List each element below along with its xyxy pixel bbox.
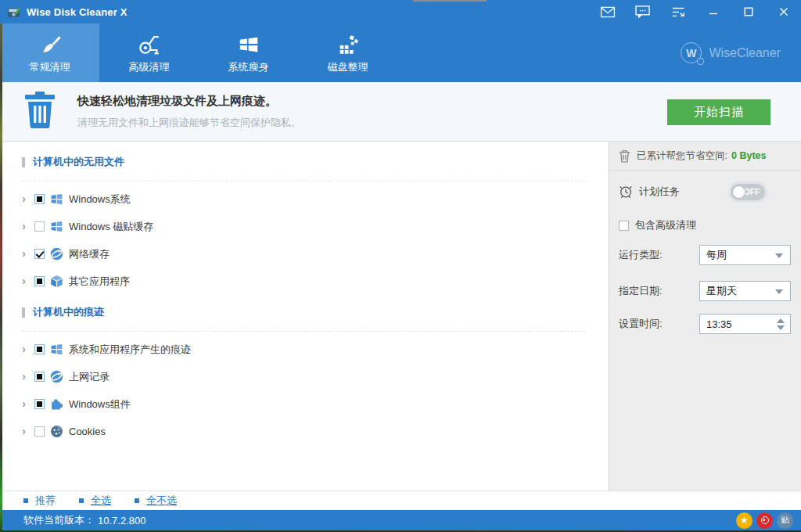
savings-label: 已累计帮您节省空间: <box>637 149 727 163</box>
list-item[interactable]: ›网络缓存 <box>0 240 609 268</box>
savings-value: 0 Bytes <box>731 150 766 161</box>
item-checkbox[interactable] <box>34 372 45 382</box>
mail-icon <box>600 6 616 18</box>
section-items: ›系统和应用程序产生的痕迹›上网记录›Windows组件›Cookies <box>0 336 609 445</box>
date-select[interactable]: 星期天 <box>699 281 791 301</box>
dashed-divider <box>22 181 585 182</box>
schedule-settings: 计划任务 OFF 包含高级清理 运行类型: 每周 指定日期: 星期天 设置时间: <box>609 182 801 334</box>
tab-system-slim[interactable]: 系统瘦身 <box>199 23 298 82</box>
item-checkbox[interactable] <box>34 426 45 437</box>
brand-logo: W WiseCleaner <box>681 23 801 82</box>
list-item[interactable]: ›上网记录 <box>0 363 609 390</box>
section-marker <box>22 157 25 167</box>
menu-button[interactable] <box>660 0 695 23</box>
app-icon <box>7 5 20 19</box>
toggle-state: OFF <box>744 188 760 196</box>
date-row: 指定日期: 星期天 <box>619 281 801 301</box>
section-title: 计算机中的无用文件 <box>0 151 609 173</box>
menu-icon <box>671 6 685 18</box>
minimize-button[interactable] <box>695 0 731 23</box>
list-item[interactable]: ›Windows 磁贴缓存 <box>0 213 609 240</box>
select-all-link[interactable]: 全选 <box>79 494 111 508</box>
list-item[interactable]: ›Windows组件 <box>0 390 609 418</box>
expand-chevron-icon[interactable]: › <box>22 275 30 286</box>
start-scan-button[interactable]: 开始扫描 <box>667 99 770 125</box>
tab-normal-clean[interactable]: 常规清理 <box>0 23 99 82</box>
run-type-select[interactable]: 每周 <box>699 245 791 265</box>
expand-chevron-icon[interactable]: › <box>22 247 30 259</box>
savings-summary: 已累计帮您节省空间: 0 Bytes <box>609 142 801 171</box>
item-checkbox[interactable] <box>34 276 45 286</box>
list-item[interactable]: ›Cookies <box>0 418 609 445</box>
star-icon[interactable]: ★ <box>736 512 753 529</box>
clock-icon <box>619 185 633 199</box>
include-advanced-row: 包含高级清理 <box>619 218 801 232</box>
include-advanced-checkbox[interactable] <box>619 221 629 231</box>
expand-chevron-icon[interactable]: › <box>22 397 30 409</box>
list-item[interactable]: ›系统和应用程序产生的痕迹 <box>0 336 609 363</box>
item-label: 上网记录 <box>69 370 110 384</box>
maximize-button[interactable] <box>731 0 766 23</box>
brand-name: WiseCleaner <box>709 46 781 60</box>
trash-icon <box>23 92 56 132</box>
header-subtitle: 清理无用文件和上网痕迹能够节省空间保护隐私。 <box>77 116 301 130</box>
expand-chevron-icon[interactable]: › <box>22 425 30 437</box>
tab-label: 系统瘦身 <box>228 60 269 74</box>
tab-bar: 常规清理高级清理系统瘦身磁盘整理 W WiseCleaner <box>0 23 801 82</box>
windows-icon <box>50 192 63 206</box>
select-none-link[interactable]: 全不选 <box>135 494 177 508</box>
list-item[interactable]: ›Windows系统 <box>0 185 609 213</box>
time-value: 13:35 <box>706 318 732 330</box>
item-checkbox[interactable] <box>34 344 45 354</box>
item-checkbox[interactable] <box>34 399 45 409</box>
section-items: ›Windows系统›Windows 磁贴缓存›网络缓存›其它应用程序 <box>0 185 609 295</box>
time-row: 设置时间: 13:35 <box>619 314 801 334</box>
item-checkbox[interactable] <box>34 249 45 259</box>
header-texts: 快速轻松地清理垃圾文件及上网痕迹。 清理无用文件和上网痕迹能够节省空间保护隐私。 <box>77 94 301 130</box>
tab-label: 常规清理 <box>30 60 70 74</box>
section-title: 计算机中的痕迹 <box>0 301 609 323</box>
windows-icon <box>237 31 260 56</box>
expand-chevron-icon[interactable]: › <box>22 343 30 354</box>
defrag-icon <box>336 31 360 56</box>
item-checkbox[interactable] <box>34 194 45 204</box>
run-type-label: 运行类型: <box>619 248 699 262</box>
list-item[interactable]: ›其它应用程序 <box>0 268 609 295</box>
social-icons: ★ 贴 <box>736 512 793 529</box>
dashed-divider <box>22 331 585 332</box>
recommended-link[interactable]: 推荐 <box>23 494 56 508</box>
minimize-icon <box>709 7 718 16</box>
tab-advanced-clean[interactable]: 高级清理 <box>99 23 199 82</box>
feedback-button[interactable] <box>625 0 660 23</box>
time-spin-buttons[interactable] <box>777 315 786 333</box>
time-label: 设置时间: <box>619 317 699 331</box>
tieba-icon[interactable]: 贴 <box>777 512 793 529</box>
item-label: 网络缓存 <box>69 247 110 261</box>
expand-chevron-icon[interactable]: › <box>22 192 30 204</box>
tab-label: 高级清理 <box>129 60 170 74</box>
weibo-eye-icon <box>761 516 769 524</box>
wisecleaner-logo-icon: W <box>681 42 702 63</box>
item-checkbox[interactable] <box>34 221 45 232</box>
desktop-edge-left <box>0 23 2 532</box>
globe-icon <box>50 370 63 383</box>
date-label: 指定日期: <box>619 284 699 298</box>
schedule-toggle[interactable]: OFF <box>731 184 765 200</box>
window-title: Wise Disk Cleaner X <box>27 6 128 18</box>
item-label: Windows组件 <box>69 397 131 412</box>
schedule-label: 计划任务 <box>639 185 680 199</box>
date-value: 星期天 <box>706 284 737 298</box>
close-button[interactable] <box>766 0 801 23</box>
window-controls <box>590 0 801 23</box>
version-label: 软件当前版本： <box>23 513 95 527</box>
time-stepper[interactable]: 13:35 <box>699 314 791 334</box>
item-label: 系统和应用程序产生的痕迹 <box>69 343 191 357</box>
mail-button[interactable] <box>590 0 625 23</box>
expand-chevron-icon[interactable]: › <box>22 370 30 382</box>
toggle-knob <box>732 185 745 199</box>
tab-disk-defrag[interactable]: 磁盘整理 <box>298 23 397 82</box>
include-advanced-label: 包含高级清理 <box>635 218 696 232</box>
expand-chevron-icon[interactable]: › <box>22 220 30 232</box>
close-icon <box>779 7 788 16</box>
weibo-icon[interactable] <box>756 512 773 529</box>
